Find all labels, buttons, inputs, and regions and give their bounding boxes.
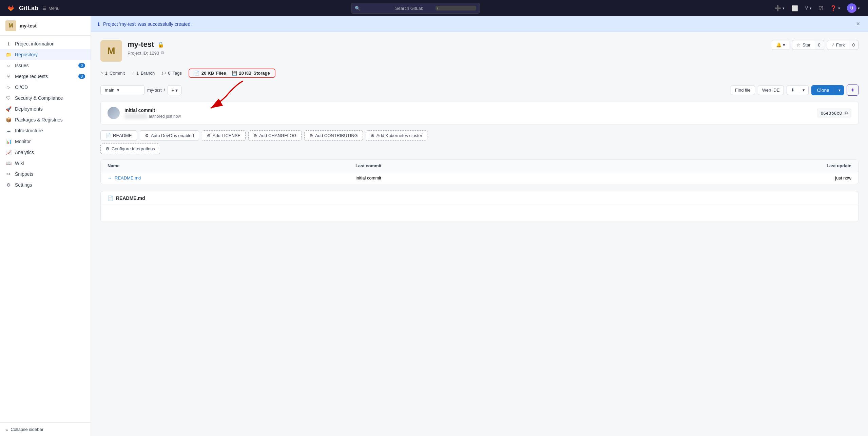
checklist-button[interactable]: ☑ xyxy=(816,3,826,14)
branch-selector[interactable]: main ▾ xyxy=(100,85,144,95)
star-button-group: ☆ Star 0 xyxy=(792,40,824,50)
add-license-label: Add LICENSE xyxy=(213,133,240,138)
star-button[interactable]: ☆ Star xyxy=(792,40,815,50)
web-ide-button[interactable]: Web IDE xyxy=(758,85,784,95)
sidebar-label-infrastructure: Infrastructure xyxy=(15,128,43,133)
files-stat[interactable]: 📄 20 KB Files xyxy=(194,71,226,76)
files-icon: 📄 xyxy=(194,71,199,76)
issues-icon: ○ xyxy=(5,63,12,68)
sidebar-label-security-compliance: Security & Compliance xyxy=(15,95,63,101)
collapse-label: Collapse sidebar xyxy=(11,427,43,432)
clone-button[interactable]: Clone xyxy=(811,85,835,95)
sidebar-item-merge-requests[interactable]: ⑂ Merge requests 0 xyxy=(0,71,91,82)
readme-button[interactable]: 📄 README xyxy=(100,130,137,141)
collapse-icon: « xyxy=(5,427,8,432)
copy-hash-button[interactable]: ⧉ xyxy=(845,110,848,116)
add-changelog-button[interactable]: ⊕ Add CHANGELOG xyxy=(248,130,302,141)
storage-stat[interactable]: 💾 20 KB Storage xyxy=(232,71,270,76)
add-kubernetes-icon: ⊕ xyxy=(371,133,374,138)
sidebar-item-deployments[interactable]: 🚀 Deployments xyxy=(0,103,91,114)
download-button[interactable]: ⬇ xyxy=(787,85,799,95)
toolbar-row: main ▾ my-test / + ▾ Find file xyxy=(100,84,859,96)
search-placeholder: Search GitLab xyxy=(395,6,433,11)
gitlab-logo-area[interactable]: GitLab xyxy=(5,3,38,14)
stats-row: ○ 1 Commit ⑂ 1 Branch 🏷 0 Tags 📄 xyxy=(100,69,859,78)
slash-key: / xyxy=(436,6,477,11)
packages-icon: 📦 xyxy=(5,117,12,122)
issues-badge: 0 xyxy=(78,63,85,68)
sidebar-item-cicd[interactable]: ▷ CI/CD xyxy=(0,82,91,93)
commit-author-name: ████████ xyxy=(124,114,148,119)
find-file-label: Find file xyxy=(735,88,751,93)
commit-card: Initial commit ████████ authored just no… xyxy=(100,101,859,125)
branch-icon: ⑂ xyxy=(132,71,134,76)
readme-title: README.md xyxy=(116,195,145,201)
add-file-button[interactable]: + ▾ xyxy=(168,85,181,95)
add-kubernetes-button[interactable]: ⊕ Add Kubernetes cluster xyxy=(366,130,427,141)
infrastructure-icon: ☁ xyxy=(5,128,12,133)
sidebar-item-wiki[interactable]: 📖 Wiki xyxy=(0,158,91,169)
menu-button[interactable]: ☰ Menu xyxy=(42,6,60,11)
files-label: Files xyxy=(216,71,226,76)
copy-id-button[interactable]: ⧉ xyxy=(161,50,164,56)
collapse-sidebar-button[interactable]: « Collapse sidebar xyxy=(0,422,91,436)
sidebar-label-merge-requests: Merge requests xyxy=(15,74,48,79)
topnav-icons: ➕ ▾ ⬜ ⑂ ▾ ☑ ❓ ▾ U ▾ xyxy=(772,1,863,15)
configure-label: Configure Integrations xyxy=(112,146,155,151)
configure-icon: ⚙ xyxy=(105,146,110,151)
notifications-button[interactable]: 🔔 ▾ xyxy=(772,40,789,50)
sidebar-item-packages-registries[interactable]: 📦 Packages & Registries xyxy=(0,114,91,125)
sidebar: M my-test ℹ Project information 📁 Reposi… xyxy=(0,16,91,436)
tags-stat[interactable]: 🏷 0 Tags xyxy=(161,71,182,76)
header-update: Last update xyxy=(686,163,851,168)
commit-author: ████████ authored just now xyxy=(124,114,812,119)
new-button[interactable]: ➕ ▾ xyxy=(772,3,787,14)
user-avatar: U xyxy=(847,3,856,13)
add-changelog-label: Add CHANGELOG xyxy=(259,133,296,138)
find-file-button[interactable]: Find file xyxy=(731,85,755,95)
file-name-readme[interactable]: ↔ README.md xyxy=(108,175,355,181)
banner-close-button[interactable]: × xyxy=(855,20,861,27)
sidebar-item-repository[interactable]: 📁 Repository xyxy=(0,49,91,60)
branches-stat[interactable]: ⑂ 1 Branch xyxy=(132,71,155,76)
auto-devops-button[interactable]: ⚙ Auto DevOps enabled xyxy=(140,130,199,141)
notifications-button-group: 🔔 ▾ xyxy=(772,40,789,50)
readme-content-area xyxy=(101,205,858,222)
sidebar-item-monitor[interactable]: 📊 Monitor xyxy=(0,136,91,147)
fork-button[interactable]: ⑂ Fork xyxy=(827,40,849,50)
content-area: M my-test 🔒 Project ID: 1293 ⧉ 🔔 ▾ xyxy=(91,32,868,230)
merge-icon: ⑂ xyxy=(5,74,12,79)
add-contributing-button[interactable]: ⊕ Add CONTRIBUTING xyxy=(304,130,363,141)
commit-title: Initial commit xyxy=(124,108,812,113)
sparkle-button[interactable]: ✦ xyxy=(847,84,859,96)
sidebar-label-issues: Issues xyxy=(15,63,28,68)
add-dropdown-icon: ▾ xyxy=(175,88,178,93)
download-caret-button[interactable]: ▾ xyxy=(799,85,809,95)
sidebar-item-issues[interactable]: ○ Issues 0 xyxy=(0,60,91,71)
sidebar-item-project-information[interactable]: ℹ Project information xyxy=(0,38,91,49)
main-content: ℹ Project 'my-test' was successfully cre… xyxy=(91,16,868,436)
commits-stat[interactable]: ○ 1 Commit xyxy=(100,71,125,76)
user-menu-button[interactable]: U ▾ xyxy=(844,1,863,15)
sidebar-item-analytics[interactable]: 📈 Analytics xyxy=(0,147,91,158)
search-bar[interactable]: 🔍 Search GitLab / xyxy=(351,3,480,14)
add-changelog-icon: ⊕ xyxy=(253,133,257,138)
monitor-icon: 📊 xyxy=(5,139,12,144)
sidebar-project-name: my-test xyxy=(20,23,37,29)
configure-integrations-button[interactable]: ⚙ Configure Integrations xyxy=(100,144,160,154)
sidebar-item-infrastructure[interactable]: ☁ Infrastructure xyxy=(0,125,91,136)
sidebar-item-snippets[interactable]: ✂ Snippets xyxy=(0,169,91,179)
merge-button[interactable]: ⑂ ▾ xyxy=(802,3,814,13)
clone-caret-button[interactable]: ▾ xyxy=(835,85,844,95)
todo-button[interactable]: ⬜ xyxy=(789,3,801,14)
sidebar-label-project-information: Project information xyxy=(15,41,55,46)
sidebar-item-settings[interactable]: ⚙ Settings xyxy=(0,179,91,190)
help-button[interactable]: ❓ ▾ xyxy=(827,3,843,14)
branch-dropdown-icon: ▾ xyxy=(117,88,119,93)
add-license-button[interactable]: ⊕ Add LICENSE xyxy=(202,130,246,141)
sidebar-label-packages-registries: Packages & Registries xyxy=(15,117,63,122)
sidebar-header: M my-test xyxy=(0,16,91,36)
sidebar-item-security-compliance[interactable]: 🛡 Security & Compliance xyxy=(0,93,91,103)
readme-header-icon: 📄 xyxy=(108,195,113,201)
commit-hash-value: 06e3b6c8 xyxy=(821,111,842,116)
